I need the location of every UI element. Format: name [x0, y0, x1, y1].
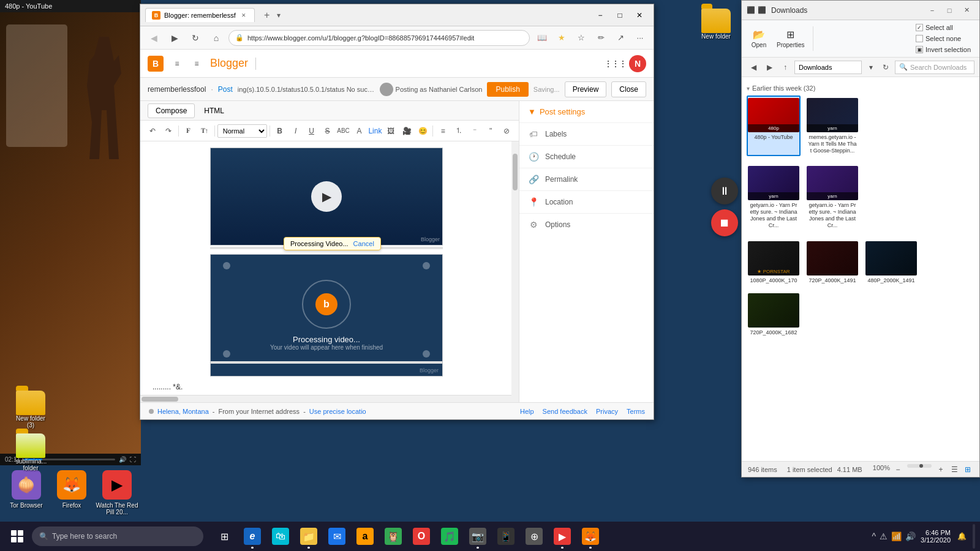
- align-btn[interactable]: ≡: [435, 123, 450, 139]
- editor-vscrollbar-thumb[interactable]: [513, 154, 518, 190]
- redo-btn[interactable]: ↷: [161, 123, 176, 139]
- link-btn[interactable]: Link: [368, 123, 382, 139]
- ribbon-open-btn[interactable]: 📂 Open: [747, 26, 771, 51]
- italic-btn[interactable]: I: [288, 123, 303, 139]
- subliminal-folder-icon[interactable]: 'sublimina... folder: [6, 433, 55, 471]
- new-tab-btn[interactable]: +: [260, 8, 274, 23]
- editor-hscrollbar-thumb[interactable]: [141, 397, 178, 402]
- paragraph-select[interactable]: Normal Heading 1 Heading 2: [217, 124, 267, 138]
- close-post-btn[interactable]: Close: [611, 81, 646, 97]
- fe-grid-view-btn[interactable]: ⊞: [962, 464, 973, 475]
- tab-dropdown-btn[interactable]: ▾: [277, 11, 281, 20]
- taskbar-firefox-btn[interactable]: 🦊: [577, 523, 604, 550]
- settings-schedule[interactable]: 🕐 Schedule: [519, 145, 654, 168]
- taskbar-camera-btn[interactable]: 📷: [464, 523, 491, 550]
- play-btn[interactable]: ▶: [311, 181, 342, 212]
- taskbar-app11-btn[interactable]: ⊕: [521, 523, 548, 550]
- settings-labels[interactable]: 🏷 Labels: [519, 122, 654, 145]
- refresh-btn[interactable]: ↻: [187, 29, 204, 47]
- fe-zoom-in-btn[interactable]: +: [935, 464, 946, 475]
- fullscreen-icon[interactable]: ⛶: [130, 456, 136, 463]
- new-folder-desktop-icon[interactable]: New folder: [695, 9, 737, 40]
- select-none-btn[interactable]: Select none: [912, 34, 974, 43]
- taskbar-tripadvisor-btn[interactable]: 🦉: [380, 523, 407, 550]
- city-label[interactable]: Helena, Montana: [157, 408, 209, 415]
- network-icon[interactable]: 📶: [891, 531, 902, 541]
- settings-location[interactable]: 📍 Location: [519, 190, 654, 213]
- settings-permalink[interactable]: 🔗 Permalink: [519, 168, 654, 190]
- blogger-logo[interactable]: B: [148, 56, 164, 72]
- chevron-up-icon[interactable]: ^: [872, 531, 876, 541]
- fe-content-area[interactable]: ▾ Earlier this week (32) 480p 480p - You…: [742, 77, 979, 461]
- blogger-user-avatar[interactable]: N: [629, 55, 646, 72]
- ribbon-properties-btn[interactable]: ⊞ Properties: [772, 26, 809, 51]
- clear-btn[interactable]: ⊘: [499, 123, 514, 139]
- bold-btn[interactable]: B: [273, 123, 287, 139]
- cancel-btn[interactable]: Cancel: [353, 240, 374, 247]
- fe-zoom-slider[interactable]: [907, 464, 932, 468]
- abc-btn[interactable]: ABC: [336, 123, 351, 139]
- fe-forward-btn[interactable]: ▶: [763, 61, 776, 74]
- taskbar-amazon-btn[interactable]: a: [352, 523, 379, 550]
- taskbar-taskview-btn[interactable]: ⊞: [211, 523, 238, 550]
- compose-tab[interactable]: Compose: [148, 103, 195, 118]
- taskbar-store-btn[interactable]: 🛍: [267, 523, 294, 550]
- thumbnail-getyarn1[interactable]: yarn getyarn.io - Yarn Pretty sure. ~ In…: [747, 163, 801, 231]
- fe-address-bar[interactable]: Downloads: [794, 61, 862, 74]
- taskbar-opera-btn[interactable]: O: [408, 523, 435, 550]
- desktop-icon-tor[interactable]: 🧅 Tor Browser: [5, 470, 48, 515]
- fe-up-btn[interactable]: ↑: [778, 61, 792, 74]
- thumbnail-youtube[interactable]: 480p 480p - YouTube: [747, 96, 801, 156]
- browser-tab[interactable]: B Blogger: rememberlessf ✕: [145, 8, 255, 22]
- taskbar-media-btn[interactable]: ▶: [549, 523, 576, 550]
- html-tab[interactable]: HTML: [196, 103, 232, 118]
- editor-hscrollbar[interactable]: [140, 395, 511, 402]
- forward-btn[interactable]: ▶: [166, 29, 183, 47]
- settings-options[interactable]: ⚙ Options: [519, 213, 654, 236]
- help-link[interactable]: Help: [520, 408, 534, 415]
- undo-btn[interactable]: ↶: [145, 123, 160, 139]
- publish-btn[interactable]: Publish: [487, 82, 528, 97]
- fe-back-btn[interactable]: ◀: [747, 61, 760, 74]
- taskbar-folder-btn[interactable]: 📁: [295, 523, 322, 550]
- taskbar-music-btn[interactable]: 🎵: [436, 523, 463, 550]
- font-btn[interactable]: 𝐅: [181, 123, 196, 139]
- underline-btn[interactable]: U: [304, 123, 319, 139]
- fe-icon-1[interactable]: ⬛: [747, 6, 755, 14]
- desktop-icon-firefox[interactable]: 🦊 Firefox: [50, 470, 93, 515]
- new-folder-3-icon[interactable]: New folder(3): [6, 391, 55, 429]
- strikethrough-btn[interactable]: S: [320, 123, 335, 139]
- thumbnail-porn2[interactable]: 720P_4000K_1491: [805, 239, 859, 287]
- vol-icon[interactable]: 🔊: [119, 456, 126, 463]
- precise-location-btn[interactable]: Use precise locatio: [309, 408, 366, 415]
- blockquote-btn[interactable]: ": [483, 123, 498, 139]
- blogger-nav-icon-1[interactable]: ≡: [168, 55, 186, 72]
- fe-list-view-btn[interactable]: ☰: [949, 464, 960, 475]
- reading-mode-btn[interactable]: 📖: [533, 29, 551, 47]
- fe-zoom-out-btn[interactable]: −: [892, 464, 903, 475]
- stop-recording-btn[interactable]: ⏹: [711, 209, 738, 236]
- taskbar-clock[interactable]: 6:46 PM 3/12/2020: [921, 529, 951, 544]
- favorites-btn[interactable]: ★: [553, 29, 570, 47]
- browser-close-btn[interactable]: ✕: [630, 8, 649, 23]
- taskbar-mail-btn[interactable]: ✉: [323, 523, 350, 550]
- web-note-btn[interactable]: ✏: [592, 29, 609, 47]
- fe-minimize-btn[interactable]: −: [924, 4, 940, 17]
- fe-dropdown-btn[interactable]: ▾: [864, 61, 878, 74]
- feedback-link[interactable]: Send feedback: [543, 408, 587, 415]
- thumbnail-memes[interactable]: yarn memes.getyarn.io - Yarn It Tells Me…: [805, 96, 859, 156]
- thumbnail-porn3[interactable]: 480P_2000K_1491: [864, 239, 918, 287]
- post-settings-header[interactable]: ▼ Post settings: [519, 101, 654, 122]
- fe-search-bar[interactable]: 🔍 Search Downloads: [895, 61, 974, 74]
- blogger-nav-icon-2[interactable]: ≡: [188, 55, 205, 72]
- back-btn[interactable]: ◀: [145, 29, 162, 47]
- select-all-btn[interactable]: ✓ Select all: [912, 23, 974, 32]
- more-btn[interactable]: ···: [631, 29, 649, 47]
- address-bar[interactable]: 🔒 https://www.blogger.com/u/1/blogger.g?…: [228, 30, 530, 46]
- fe-section-earlier[interactable]: ▾ Earlier this week (32): [747, 82, 974, 96]
- image-btn[interactable]: 🖼: [383, 123, 398, 139]
- color-btn[interactable]: A: [352, 123, 366, 139]
- fe-maximize-btn[interactable]: □: [941, 4, 957, 17]
- video-btn[interactable]: 🎥: [399, 123, 414, 139]
- terms-link[interactable]: Terms: [627, 408, 645, 415]
